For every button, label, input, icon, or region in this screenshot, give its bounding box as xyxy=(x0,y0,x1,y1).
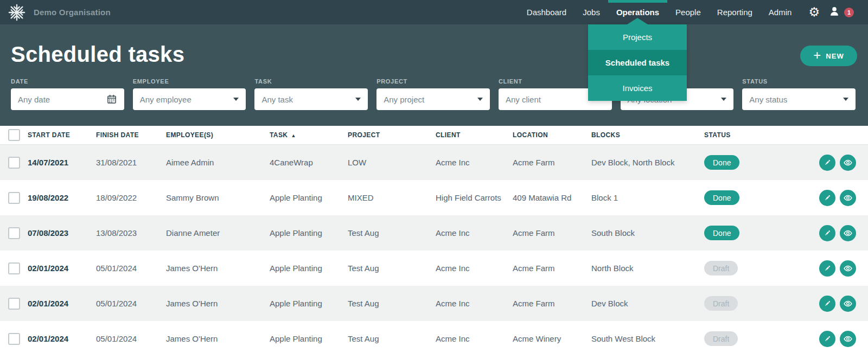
nav-item[interactable]: Dashboard xyxy=(519,0,575,24)
cell-status: Draft xyxy=(704,261,792,275)
eye-icon xyxy=(843,334,853,344)
column-header-label: EMPLOYEE(S) xyxy=(166,131,213,139)
cell-status: Done xyxy=(704,155,792,170)
filter-value: Any client xyxy=(506,95,541,104)
filter: PROJECT Any project xyxy=(376,78,490,110)
status-badge: Draft xyxy=(704,261,738,275)
dropdown-menu-item[interactable]: Scheduled tasks xyxy=(588,50,687,75)
column-header[interactable]: PROJECT▲ xyxy=(348,131,436,139)
filter-value: Any employee xyxy=(140,95,192,104)
view-button[interactable] xyxy=(840,296,856,312)
nav-item[interactable]: Reporting xyxy=(709,0,761,24)
eye-icon xyxy=(843,193,853,203)
filter-field[interactable]: Any task xyxy=(254,88,368,110)
edit-button[interactable] xyxy=(819,260,835,277)
org-name: Demo Organisation xyxy=(34,8,111,17)
cell-blocks: South West Block xyxy=(591,334,704,343)
row-checkbox[interactable] xyxy=(8,157,20,169)
notification-badge: 1 xyxy=(844,8,854,17)
cell-status: Done xyxy=(704,226,792,240)
view-button[interactable] xyxy=(840,190,856,206)
row-checkbox[interactable] xyxy=(8,262,20,274)
filter-value: Any project xyxy=(384,95,424,104)
dropdown-menu-item[interactable]: Projects xyxy=(588,24,687,50)
cell-start-date: 02/01/2024 xyxy=(28,334,96,343)
filter-field[interactable]: Any date xyxy=(11,88,124,110)
edit-button[interactable] xyxy=(819,296,835,312)
dropdown-menu-item[interactable]: Invoices xyxy=(588,75,687,101)
cell-employees: Dianne Ameter xyxy=(166,228,270,238)
column-header[interactable]: TASK▲ xyxy=(270,131,348,139)
cell-blocks: South Block xyxy=(591,228,704,238)
status-badge: Done xyxy=(704,155,739,170)
column-header-label: FINISH DATE xyxy=(96,131,139,139)
cell-employees: Sammy Brown xyxy=(166,193,270,202)
view-button[interactable] xyxy=(840,225,856,241)
filter: STATUS Any status xyxy=(742,78,856,110)
person-icon[interactable] xyxy=(828,5,840,20)
pencil-icon xyxy=(823,264,832,273)
column-header[interactable]: EMPLOYEE(S)▲ xyxy=(166,131,270,139)
view-button[interactable] xyxy=(840,331,856,347)
filter-field[interactable]: Any status xyxy=(742,88,856,110)
cell-project: MIXED xyxy=(348,193,436,202)
edit-button[interactable] xyxy=(819,225,835,241)
column-header-label: TASK xyxy=(270,131,288,139)
view-button[interactable] xyxy=(840,260,856,277)
edit-button[interactable] xyxy=(819,155,835,171)
filter-field[interactable]: Any employee xyxy=(133,88,246,110)
page-header: Scheduled tasks NEW DATE Any date xyxy=(0,24,868,126)
status-badge: Done xyxy=(704,226,739,240)
cell-task: Apple Planting xyxy=(270,193,348,202)
scheduled-tasks-table: START DATE▲ FINISH DATE▲ EMPLOYEE(S)▲ TA… xyxy=(0,126,868,356)
row-checkbox[interactable] xyxy=(8,333,20,345)
view-button[interactable] xyxy=(840,155,856,171)
eye-icon xyxy=(843,264,853,273)
cell-location: 409 Matawia Rd xyxy=(513,193,591,202)
column-header[interactable]: BLOCKS▲ xyxy=(591,131,704,139)
filter-label: EMPLOYEE xyxy=(133,78,246,85)
edit-button[interactable] xyxy=(819,331,835,347)
user-menu[interactable]: 1 xyxy=(828,5,854,20)
cell-project: Test Aug xyxy=(348,334,436,343)
cell-employees: James O'Hern xyxy=(166,299,270,308)
top-nav: Demo Organisation Dashboard Jobs Operati… xyxy=(0,0,868,24)
select-all-checkbox[interactable] xyxy=(8,129,20,141)
row-checkbox[interactable] xyxy=(8,192,20,204)
checkbox-cell xyxy=(0,157,28,169)
cell-task: Apple Planting xyxy=(270,264,348,273)
cell-status: Draft xyxy=(704,331,792,346)
column-header[interactable]: START DATE▲ xyxy=(28,131,96,139)
cell-project: Test Aug xyxy=(348,299,436,308)
column-header-label: CLIENT xyxy=(436,131,461,139)
new-button[interactable]: NEW xyxy=(800,46,857,66)
row-actions xyxy=(792,296,868,312)
status-badge: Draft xyxy=(704,296,738,311)
chevron-down-icon xyxy=(843,98,848,101)
filter: EMPLOYEE Any employee xyxy=(133,78,246,110)
row-checkbox[interactable] xyxy=(8,227,20,239)
cell-client: High Field Carrots xyxy=(436,193,513,202)
filter-value: Any status xyxy=(749,95,787,104)
column-header[interactable]: CLIENT▲ xyxy=(436,131,513,139)
nav-item[interactable]: Jobs xyxy=(575,0,608,24)
checkbox-cell xyxy=(0,262,28,274)
cell-finish-date: 13/08/2023 xyxy=(96,228,166,238)
row-actions xyxy=(792,260,868,277)
table-row: 02/01/2024 05/01/2024 James O'Hern Apple… xyxy=(0,321,868,356)
filter-label: TASK xyxy=(254,78,368,85)
table-row: 19/08/2022 18/09/2022 Sammy Brown Apple … xyxy=(0,180,868,215)
nav-item[interactable]: Admin xyxy=(761,0,800,24)
table-row: 02/01/2024 05/01/2024 James O'Hern Apple… xyxy=(0,251,868,286)
nav-item[interactable]: People xyxy=(667,0,709,24)
gear-icon[interactable]: ⚙ xyxy=(808,6,820,18)
cell-blocks: Dev Block, North Block xyxy=(591,158,704,167)
row-checkbox[interactable] xyxy=(8,298,20,310)
filter-field[interactable]: Any project xyxy=(376,88,490,110)
column-header[interactable]: LOCATION▲ xyxy=(513,131,591,139)
column-header-label: LOCATION xyxy=(513,131,548,139)
cell-task: Apple Planting xyxy=(270,334,348,343)
column-header[interactable]: FINISH DATE▲ xyxy=(96,131,166,139)
edit-button[interactable] xyxy=(819,190,835,206)
column-header[interactable]: STATUS▲ xyxy=(704,131,792,139)
